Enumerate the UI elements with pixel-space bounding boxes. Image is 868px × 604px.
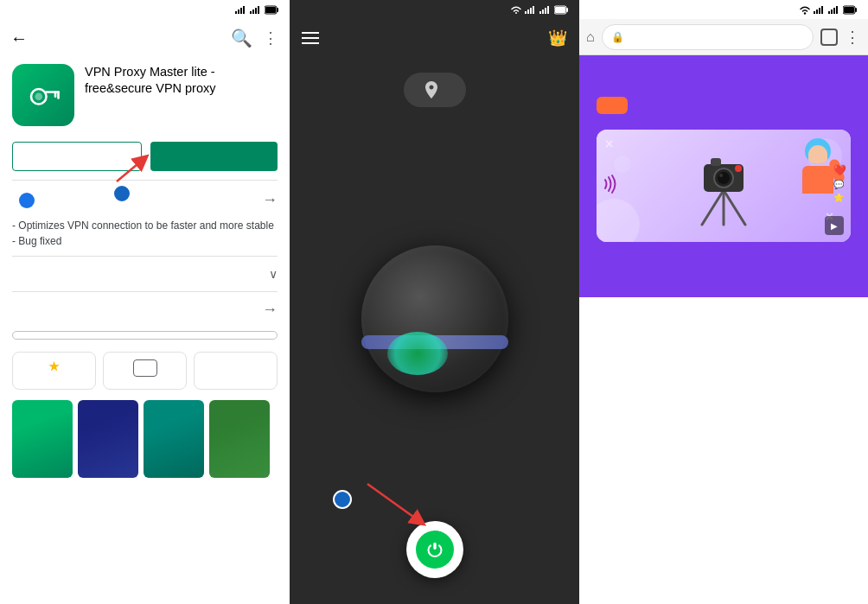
svg-rect-21	[539, 11, 541, 14]
screenshot-1	[12, 400, 73, 478]
screenshot-3	[144, 400, 204, 478]
svg-rect-0	[235, 11, 237, 14]
star-icon: ★	[48, 359, 60, 373]
svg-rect-24	[547, 6, 549, 14]
vpn-globe	[361, 245, 508, 392]
screenshots-row	[0, 393, 290, 478]
svg-rect-6	[255, 8, 257, 14]
rating-stat: ★	[12, 352, 96, 390]
svg-line-42	[702, 190, 724, 225]
vpn-connect-inner	[416, 531, 454, 569]
open-button[interactable]	[150, 142, 278, 171]
battery-icon-phone3	[843, 5, 857, 15]
svg-point-48	[718, 172, 730, 184]
person-figure	[802, 138, 833, 194]
social-icons: ❤️ 💬 ⭐	[833, 164, 846, 202]
figure-face	[808, 145, 827, 164]
svg-point-49	[719, 174, 723, 177]
back-icon[interactable]: ←	[10, 29, 28, 48]
sound-wave-icon	[603, 171, 621, 197]
svg-rect-9	[277, 8, 278, 12]
battery-icon-phone1	[265, 5, 278, 15]
age-rating-stat	[103, 352, 187, 390]
home-icon[interactable]: ⌂	[586, 29, 595, 45]
svg-line-44	[724, 190, 745, 225]
play-button-overlay[interactable]: ▶	[825, 216, 844, 235]
screenshot-2	[78, 400, 138, 478]
camera-illustration	[693, 143, 754, 229]
power-icon	[426, 541, 444, 558]
developer-contact-section[interactable]: ∨	[0, 257, 290, 291]
svg-rect-10	[265, 7, 276, 13]
app-icon	[12, 64, 74, 126]
search-icon[interactable]: 🔍	[231, 28, 252, 48]
action-buttons	[0, 137, 290, 180]
browser-bar: ⌂ 🔒 ⋮	[579, 19, 868, 55]
tab-count[interactable]	[820, 29, 838, 46]
status-bar-phone3	[579, 0, 868, 19]
url-bar[interactable]: 🔒	[602, 24, 814, 50]
stats-row: ★	[0, 348, 290, 393]
svg-rect-27	[555, 7, 565, 13]
vpn-nav-icons: 👑	[548, 29, 567, 48]
svg-point-30	[804, 12, 806, 14]
svg-rect-32	[816, 10, 818, 14]
whats-new-section: →	[0, 181, 290, 213]
annotation-1	[112, 184, 131, 203]
status-icons-phone3	[799, 5, 859, 15]
svg-rect-28	[433, 543, 436, 550]
figure-body	[802, 166, 833, 194]
svg-point-12	[35, 92, 42, 100]
whats-new-content: - Optimizes VPN connection to be faster …	[0, 216, 290, 256]
svg-rect-37	[833, 8, 835, 14]
app-info: VPN Proxy Master lite -free&secure VPN p…	[85, 64, 278, 99]
app-header: VPN Proxy Master lite -free&secure VPN p…	[0, 57, 290, 137]
wifi-icon-phone3	[799, 5, 811, 15]
svg-rect-26	[566, 8, 568, 12]
signal2-icon-phone2	[539, 5, 552, 14]
vpn-key-icon	[25, 77, 61, 113]
svg-point-50	[735, 165, 742, 172]
status-bar-phone2	[290, 0, 579, 19]
hero-preview-image: × ×	[597, 130, 851, 242]
age-badge	[133, 359, 157, 377]
svg-rect-19	[530, 8, 532, 14]
svg-rect-7	[258, 6, 259, 14]
svg-rect-18	[527, 10, 529, 14]
vpn-location-button[interactable]	[404, 73, 466, 107]
whats-new-badge	[19, 193, 35, 208]
wifi-icon	[510, 5, 522, 15]
svg-rect-34	[821, 6, 823, 14]
app-title: VPN Proxy Master lite -free&secure VPN p…	[85, 64, 278, 97]
vpn-globe-band	[361, 335, 508, 349]
developer-contact-chevron-icon: ∨	[269, 267, 278, 281]
svg-rect-36	[831, 10, 833, 14]
battery-icon-phone2	[554, 5, 568, 15]
deco-x-1: ×	[605, 137, 613, 152]
menu-icon[interactable]	[302, 32, 319, 44]
whats-new-arrow-icon[interactable]: →	[262, 191, 278, 209]
rating-value: ★	[16, 359, 92, 373]
svg-rect-40	[855, 8, 857, 12]
more-icon[interactable]: ⋮	[263, 29, 279, 48]
svg-rect-22	[542, 10, 544, 14]
play-store-nav: ← 🔍 ⋮	[0, 19, 290, 57]
svg-rect-31	[814, 11, 815, 14]
svg-rect-20	[533, 6, 534, 14]
annotation-2	[333, 490, 352, 509]
signal2-icon	[250, 5, 262, 14]
sound-waves	[603, 171, 621, 200]
get-started-button[interactable]	[597, 97, 628, 114]
tools-chip[interactable]	[12, 331, 278, 340]
status-bar-phone1	[0, 0, 290, 19]
screenshot-4	[209, 400, 270, 478]
svg-rect-2	[240, 8, 242, 14]
about-arrow-icon[interactable]: →	[262, 301, 278, 319]
signal-icon-phone3	[814, 5, 826, 14]
figure-head	[805, 138, 831, 164]
vpn-connect-button[interactable]	[406, 521, 463, 578]
status-icons-phone1	[235, 5, 281, 15]
hero-cta-row	[597, 97, 851, 114]
browser-more-icon[interactable]: ⋮	[845, 28, 861, 47]
uninstall-button[interactable]	[12, 142, 142, 171]
